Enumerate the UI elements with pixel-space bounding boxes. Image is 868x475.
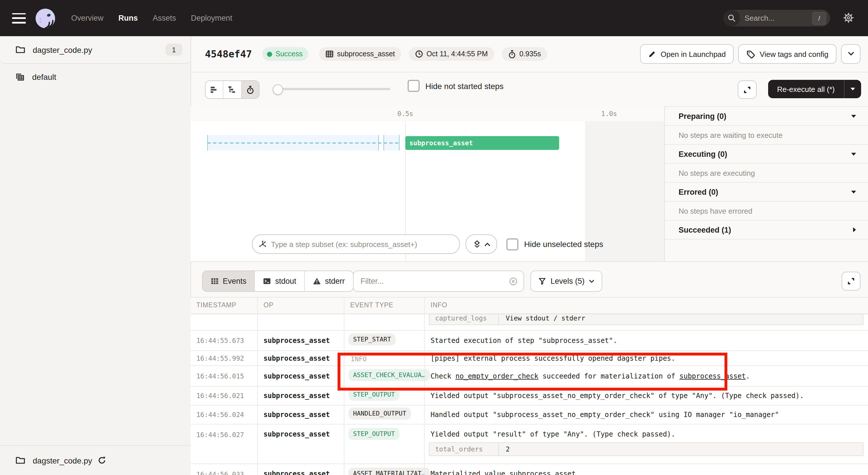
log-row[interactable]: captured_logsView stdout / stderr bbox=[191, 314, 868, 331]
log-fullscreen-button[interactable] bbox=[842, 272, 861, 291]
hide-unselected-label: Hide unselected steps bbox=[524, 239, 603, 249]
log-row[interactable]: 16:44:56.021subprocess_assetSTEP_OUTPUTY… bbox=[191, 387, 868, 406]
gantt-step-bar[interactable]: subprocess_asset bbox=[405, 136, 559, 150]
status-section-title: Errored (0) bbox=[679, 187, 851, 196]
log-tab-events[interactable]: Events bbox=[203, 271, 255, 291]
tick-1-0s: 1.0s bbox=[601, 110, 617, 118]
gantt-zoom-slider[interactable] bbox=[274, 88, 391, 90]
status-section-errored[interactable]: Errored (0) bbox=[665, 183, 868, 202]
status-empty-row: No steps are waiting to execute bbox=[665, 126, 868, 145]
info-text: Check bbox=[431, 372, 456, 380]
log-timestamp: 16:44:56.027 bbox=[196, 431, 244, 439]
log-row[interactable]: 16:44:56.015subprocess_assetASSET_CHECK_… bbox=[191, 366, 868, 387]
levels-filter-button[interactable]: Levels (5) bbox=[530, 270, 602, 292]
log-op-name[interactable]: subprocess_asset bbox=[264, 372, 330, 380]
view-timed-button[interactable] bbox=[241, 81, 259, 98]
job-grid-icon bbox=[16, 72, 25, 82]
event-type-badge: STEP_OUTPUT bbox=[348, 389, 400, 400]
log-row[interactable]: 16:44:55.992subprocess_assetINFO[pipes] … bbox=[191, 351, 868, 366]
nav-tab-assets[interactable]: Assets bbox=[153, 14, 176, 22]
log-timestamp: 16:44:56.024 bbox=[196, 411, 244, 419]
log-op-name[interactable]: subprocess_asset bbox=[264, 430, 330, 438]
status-section-preparing[interactable]: Preparing (0) bbox=[665, 107, 868, 126]
log-op-name[interactable]: subprocess_asset bbox=[264, 392, 330, 400]
reexecute-all-button[interactable]: Re-execute all (*) bbox=[768, 80, 861, 98]
info-text: Materialized value subprocess_asset. bbox=[431, 470, 580, 475]
info-text: Yielded output "result" of type "Any". (… bbox=[431, 430, 675, 438]
run-tag-label: subprocess_asset bbox=[337, 50, 395, 58]
view-waterfall-button[interactable] bbox=[224, 81, 242, 98]
log-row[interactable]: 16:44:56.033subprocess_assetASSET_MATERI… bbox=[191, 464, 868, 475]
footer-code-location-name: dagster_code.py bbox=[33, 456, 92, 465]
nav-tab-runs[interactable]: Runs bbox=[119, 14, 138, 22]
run-tag-grid[interactable]: subprocess_asset bbox=[319, 47, 401, 61]
reexecute-dropdown-button[interactable] bbox=[844, 87, 861, 91]
nav-tab-deployment[interactable]: Deployment bbox=[191, 14, 232, 22]
gantt-chart[interactable]: subprocess_asset Hide unselected steps bbox=[191, 121, 664, 262]
step-subset-input[interactable] bbox=[267, 239, 459, 249]
run-tag-stopwatch[interactable]: 0.935s bbox=[501, 47, 547, 61]
log-tab-stderr[interactable]: stderr bbox=[305, 271, 353, 291]
log-tab-stdout[interactable]: stdout bbox=[255, 271, 305, 291]
collapse-steps-button[interactable] bbox=[466, 234, 497, 254]
col-op: OP bbox=[264, 301, 274, 308]
open-in-launchpad-button[interactable]: Open in Launchpad bbox=[640, 44, 734, 64]
hamburger-menu-icon[interactable] bbox=[12, 13, 26, 23]
col-info: INFO bbox=[431, 301, 447, 308]
log-tab-label: stdout bbox=[275, 277, 297, 286]
run-tag-clock[interactable]: Oct 11, 4:44:55 PM bbox=[409, 47, 494, 61]
log-row[interactable]: 16:44:56.024subprocess_assetHANDLED_OUTP… bbox=[191, 406, 868, 424]
hide-not-started-label: Hide not started steps bbox=[425, 81, 503, 90]
gantt-fullscreen-button[interactable] bbox=[738, 81, 756, 99]
reload-icon[interactable] bbox=[97, 456, 106, 465]
status-section-executing[interactable]: Executing (0) bbox=[665, 145, 868, 164]
log-row[interactable]: 16:44:55.673subprocess_assetSTEP_STARTSt… bbox=[191, 331, 868, 351]
metadata-table: captured_logsView stdout / stderr bbox=[429, 314, 863, 325]
sidebar-item-default[interactable]: default bbox=[0, 64, 191, 90]
info-link[interactable]: no_empty_order_check bbox=[456, 372, 538, 380]
log-info: Started execution of step "subprocess_as… bbox=[431, 336, 863, 345]
metadata-value-link[interactable]: View stdout / stderr bbox=[499, 314, 592, 325]
log-op-name[interactable]: subprocess_asset bbox=[264, 470, 330, 475]
terminal-icon bbox=[263, 277, 271, 285]
info-link[interactable]: subprocess_asset bbox=[679, 372, 746, 380]
log-event-type: STEP_START bbox=[348, 333, 396, 348]
clock-icon bbox=[415, 50, 423, 58]
hide-unselected-checkbox[interactable] bbox=[506, 238, 518, 250]
run-more-actions-button[interactable] bbox=[841, 44, 861, 64]
info-text: Handled output "subprocess_asset_no_empt… bbox=[431, 411, 779, 419]
log-op-name[interactable]: subprocess_asset bbox=[264, 411, 330, 419]
sidebar-item-code-location[interactable]: dagster_code.py 1 bbox=[0, 36, 191, 64]
expand-icon bbox=[847, 277, 855, 285]
view-tags-config-button[interactable]: View tags and config bbox=[739, 44, 836, 64]
tag-icon bbox=[747, 50, 755, 58]
gantt-toolbar: Hide not started steps Re-execute all (*… bbox=[191, 72, 868, 106]
top-nav: OverviewRunsAssetsDeployment / bbox=[0, 0, 868, 36]
log-op-name[interactable]: subprocess_asset bbox=[264, 354, 330, 362]
filter-clear-icon[interactable] bbox=[508, 276, 518, 286]
log-tabs: Eventsstdoutstderr bbox=[202, 270, 353, 292]
nav-tab-overview[interactable]: Overview bbox=[71, 14, 104, 22]
step-subset-row: Hide unselected steps bbox=[191, 234, 664, 254]
slider-handle[interactable] bbox=[273, 84, 283, 95]
info-text: succeeded for materialization of bbox=[538, 372, 679, 380]
log-row[interactable]: 16:44:56.027subprocess_assetSTEP_OUTPUTY… bbox=[191, 424, 868, 464]
log-info: Yielded output "result" of type "Any". (… bbox=[431, 430, 863, 438]
log-event-type: STEP_OUTPUT bbox=[348, 428, 400, 442]
search-box[interactable]: / bbox=[723, 10, 830, 26]
run-id[interactable]: 4548ef47 bbox=[205, 48, 252, 60]
view-flat-button[interactable] bbox=[206, 81, 224, 98]
log-filter-input[interactable] bbox=[353, 276, 508, 286]
gear-icon[interactable] bbox=[843, 12, 854, 23]
hide-not-started-checkbox[interactable] bbox=[408, 80, 420, 92]
stopwatch-icon bbox=[246, 85, 254, 94]
status-section-succeeded[interactable]: Succeeded (1) bbox=[665, 220, 868, 239]
log-op-name[interactable]: subprocess_asset bbox=[264, 336, 330, 345]
step-status-panel: Preparing (0)No steps are waiting to exe… bbox=[664, 106, 868, 262]
hide-not-started-control: Hide not started steps bbox=[408, 80, 503, 92]
search-input[interactable] bbox=[740, 13, 812, 23]
search-icon bbox=[723, 10, 740, 26]
log-filter-box bbox=[353, 270, 524, 292]
log-event-type: ASSET_CHECK_EVALUA… bbox=[348, 369, 430, 383]
dagster-logo-icon[interactable] bbox=[34, 7, 56, 29]
